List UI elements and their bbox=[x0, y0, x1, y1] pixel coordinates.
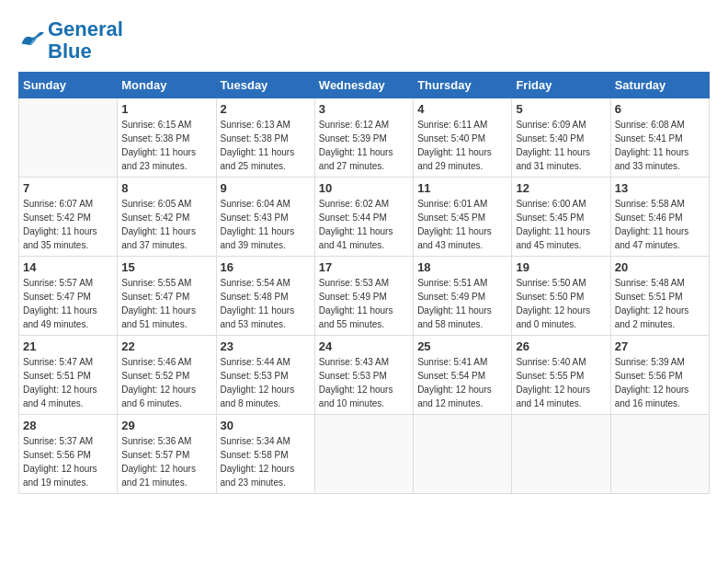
day-info: Sunrise: 5:54 AMSunset: 5:48 PMDaylight:… bbox=[221, 276, 311, 331]
day-number: 18 bbox=[417, 260, 507, 274]
calendar-cell: 18Sunrise: 5:51 AMSunset: 5:49 PMDayligh… bbox=[414, 257, 512, 336]
calendar-cell: 20Sunrise: 5:48 AMSunset: 5:51 PMDayligh… bbox=[610, 257, 709, 336]
calendar-cell: 30Sunrise: 5:34 AMSunset: 5:58 PMDayligh… bbox=[216, 415, 314, 494]
day-info: Sunrise: 6:12 AMSunset: 5:39 PMDaylight:… bbox=[319, 118, 409, 173]
calendar-cell: 2Sunrise: 6:13 AMSunset: 5:38 PMDaylight… bbox=[216, 98, 314, 178]
day-info: Sunrise: 6:05 AMSunset: 5:42 PMDaylight:… bbox=[121, 197, 211, 252]
day-info: Sunrise: 5:34 AMSunset: 5:58 PMDaylight:… bbox=[221, 434, 311, 489]
day-number: 29 bbox=[121, 419, 211, 432]
calendar-cell: 29Sunrise: 5:36 AMSunset: 5:57 PMDayligh… bbox=[118, 415, 216, 494]
calendar-cell bbox=[314, 415, 413, 494]
calendar-cell: 12Sunrise: 6:00 AMSunset: 5:45 PMDayligh… bbox=[512, 178, 610, 257]
calendar-cell: 13Sunrise: 5:58 AMSunset: 5:46 PMDayligh… bbox=[610, 178, 709, 257]
day-number: 16 bbox=[221, 260, 311, 274]
day-info: Sunrise: 6:00 AMSunset: 5:45 PMDaylight:… bbox=[516, 197, 606, 252]
day-number: 12 bbox=[516, 181, 606, 195]
logo-text: General Blue bbox=[48, 17, 123, 63]
day-info: Sunrise: 5:43 AMSunset: 5:53 PMDaylight:… bbox=[319, 355, 409, 410]
calendar-cell: 7Sunrise: 6:07 AMSunset: 5:42 PMDaylight… bbox=[19, 178, 118, 257]
day-number: 4 bbox=[417, 102, 507, 116]
day-info: Sunrise: 5:40 AMSunset: 5:55 PMDaylight:… bbox=[516, 355, 606, 410]
day-number: 11 bbox=[417, 181, 507, 195]
day-number: 30 bbox=[221, 419, 311, 432]
day-number: 23 bbox=[221, 339, 311, 353]
day-number: 10 bbox=[319, 181, 409, 195]
day-info: Sunrise: 6:08 AMSunset: 5:41 PMDaylight:… bbox=[615, 118, 705, 173]
day-number: 19 bbox=[516, 260, 606, 274]
calendar-cell: 5Sunrise: 6:09 AMSunset: 5:40 PMDaylight… bbox=[512, 98, 610, 178]
calendar-cell: 17Sunrise: 5:53 AMSunset: 5:49 PMDayligh… bbox=[314, 257, 413, 336]
day-number: 26 bbox=[516, 339, 606, 353]
day-number: 15 bbox=[121, 260, 211, 274]
day-number: 9 bbox=[221, 181, 311, 195]
col-saturday: Saturday bbox=[610, 73, 709, 98]
day-number: 3 bbox=[319, 102, 409, 116]
day-info: Sunrise: 6:07 AMSunset: 5:42 PMDaylight:… bbox=[23, 197, 113, 252]
day-number: 14 bbox=[23, 260, 113, 274]
col-tuesday: Tuesday bbox=[216, 73, 314, 98]
day-info: Sunrise: 6:04 AMSunset: 5:43 PMDaylight:… bbox=[221, 197, 311, 252]
calendar-cell: 21Sunrise: 5:47 AMSunset: 5:51 PMDayligh… bbox=[19, 336, 118, 415]
calendar-cell: 4Sunrise: 6:11 AMSunset: 5:40 PMDaylight… bbox=[414, 98, 512, 178]
day-info: Sunrise: 5:47 AMSunset: 5:51 PMDaylight:… bbox=[23, 355, 113, 410]
calendar-cell: 8Sunrise: 6:05 AMSunset: 5:42 PMDaylight… bbox=[118, 178, 216, 257]
calendar-table: Sunday Monday Tuesday Wednesday Thursday… bbox=[18, 72, 710, 494]
day-number: 22 bbox=[121, 339, 211, 353]
day-info: Sunrise: 6:11 AMSunset: 5:40 PMDaylight:… bbox=[417, 118, 507, 173]
day-info: Sunrise: 6:13 AMSunset: 5:38 PMDaylight:… bbox=[221, 118, 311, 173]
day-info: Sunrise: 6:09 AMSunset: 5:40 PMDaylight:… bbox=[516, 118, 606, 173]
calendar-week-4: 21Sunrise: 5:47 AMSunset: 5:51 PMDayligh… bbox=[19, 336, 710, 415]
calendar-cell: 6Sunrise: 6:08 AMSunset: 5:41 PMDaylight… bbox=[610, 98, 709, 178]
col-wednesday: Wednesday bbox=[314, 73, 413, 98]
day-number: 24 bbox=[319, 339, 409, 353]
day-number: 2 bbox=[221, 102, 311, 116]
day-info: Sunrise: 5:36 AMSunset: 5:57 PMDaylight:… bbox=[121, 434, 211, 489]
day-number: 13 bbox=[615, 181, 705, 195]
calendar-cell: 28Sunrise: 5:37 AMSunset: 5:56 PMDayligh… bbox=[19, 415, 118, 494]
calendar-cell: 15Sunrise: 5:55 AMSunset: 5:47 PMDayligh… bbox=[118, 257, 216, 336]
day-info: Sunrise: 5:50 AMSunset: 5:50 PMDaylight:… bbox=[516, 276, 606, 331]
calendar-cell bbox=[414, 415, 512, 494]
calendar-cell: 26Sunrise: 5:40 AMSunset: 5:55 PMDayligh… bbox=[512, 336, 610, 415]
col-friday: Friday bbox=[512, 73, 610, 98]
day-number: 27 bbox=[615, 339, 705, 353]
day-info: Sunrise: 6:15 AMSunset: 5:38 PMDaylight:… bbox=[121, 118, 211, 173]
calendar-cell: 19Sunrise: 5:50 AMSunset: 5:50 PMDayligh… bbox=[512, 257, 610, 336]
day-number: 20 bbox=[615, 260, 705, 274]
day-number: 7 bbox=[23, 181, 113, 195]
calendar-week-2: 7Sunrise: 6:07 AMSunset: 5:42 PMDaylight… bbox=[19, 178, 710, 257]
header: General Blue bbox=[18, 18, 710, 63]
col-sunday: Sunday bbox=[19, 73, 118, 98]
calendar-cell: 27Sunrise: 5:39 AMSunset: 5:56 PMDayligh… bbox=[610, 336, 709, 415]
calendar-cell: 23Sunrise: 5:44 AMSunset: 5:53 PMDayligh… bbox=[216, 336, 314, 415]
col-monday: Monday bbox=[118, 73, 216, 98]
day-info: Sunrise: 5:46 AMSunset: 5:52 PMDaylight:… bbox=[121, 355, 211, 410]
day-info: Sunrise: 5:55 AMSunset: 5:47 PMDaylight:… bbox=[121, 276, 211, 331]
day-info: Sunrise: 5:44 AMSunset: 5:53 PMDaylight:… bbox=[221, 355, 311, 410]
day-number: 28 bbox=[23, 419, 113, 432]
calendar-cell: 1Sunrise: 6:15 AMSunset: 5:38 PMDaylight… bbox=[118, 98, 216, 178]
day-info: Sunrise: 5:57 AMSunset: 5:47 PMDaylight:… bbox=[23, 276, 113, 331]
day-number: 6 bbox=[615, 102, 705, 116]
calendar-cell: 9Sunrise: 6:04 AMSunset: 5:43 PMDaylight… bbox=[216, 178, 314, 257]
calendar-cell: 14Sunrise: 5:57 AMSunset: 5:47 PMDayligh… bbox=[19, 257, 118, 336]
day-info: Sunrise: 5:53 AMSunset: 5:49 PMDaylight:… bbox=[319, 276, 409, 331]
calendar-cell: 11Sunrise: 6:01 AMSunset: 5:45 PMDayligh… bbox=[414, 178, 512, 257]
day-number: 17 bbox=[319, 260, 409, 274]
calendar-header: Sunday Monday Tuesday Wednesday Thursday… bbox=[19, 73, 710, 98]
col-thursday: Thursday bbox=[414, 73, 512, 98]
logo: General Blue bbox=[18, 18, 123, 63]
day-number: 21 bbox=[23, 339, 113, 353]
calendar-cell: 25Sunrise: 5:41 AMSunset: 5:54 PMDayligh… bbox=[414, 336, 512, 415]
calendar-body: 1Sunrise: 6:15 AMSunset: 5:38 PMDaylight… bbox=[19, 98, 710, 494]
calendar-cell: 16Sunrise: 5:54 AMSunset: 5:48 PMDayligh… bbox=[216, 257, 314, 336]
calendar-week-3: 14Sunrise: 5:57 AMSunset: 5:47 PMDayligh… bbox=[19, 257, 710, 336]
calendar-cell bbox=[512, 415, 610, 494]
day-info: Sunrise: 5:58 AMSunset: 5:46 PMDaylight:… bbox=[615, 197, 705, 252]
day-number: 25 bbox=[417, 339, 507, 353]
calendar-week-5: 28Sunrise: 5:37 AMSunset: 5:56 PMDayligh… bbox=[19, 415, 710, 494]
calendar-cell: 3Sunrise: 6:12 AMSunset: 5:39 PMDaylight… bbox=[314, 98, 413, 178]
day-number: 5 bbox=[516, 102, 606, 116]
day-info: Sunrise: 5:51 AMSunset: 5:49 PMDaylight:… bbox=[417, 276, 507, 331]
day-info: Sunrise: 5:39 AMSunset: 5:56 PMDaylight:… bbox=[615, 355, 705, 410]
